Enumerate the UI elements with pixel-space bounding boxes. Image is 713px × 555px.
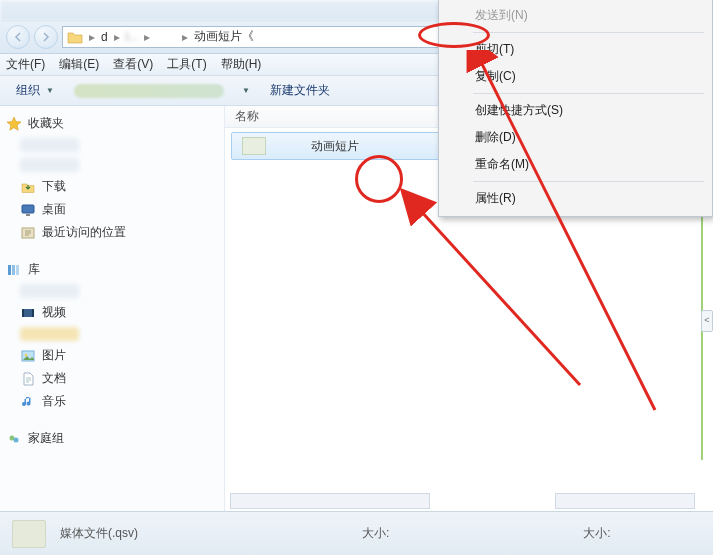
nav-item-recent[interactable]: 最近访问的位置 <box>2 221 222 244</box>
breadcrumb-item[interactable]: 动画短片《 <box>194 28 254 45</box>
svg-rect-7 <box>22 309 24 317</box>
breadcrumb-separator: ▸ <box>144 30 150 44</box>
menu-help[interactable]: 帮助(H) <box>221 56 262 73</box>
nav-item-videos[interactable]: 视频 <box>2 301 222 324</box>
ctx-separator <box>473 181 704 182</box>
menu-edit[interactable]: 编辑(E) <box>59 56 99 73</box>
desktop-label: 桌面 <box>42 201 66 218</box>
nav-item-blurred[interactable] <box>2 135 222 155</box>
nav-item-blurred[interactable] <box>2 324 222 344</box>
svg-rect-5 <box>16 265 19 275</box>
homegroup-label: 家庭组 <box>28 430 64 447</box>
forward-button[interactable] <box>34 25 58 49</box>
homegroup-icon <box>6 431 22 447</box>
nav-item-music[interactable]: 音乐 <box>2 390 222 413</box>
scrollbar-horizontal[interactable] <box>555 493 695 509</box>
menu-file[interactable]: 文件(F) <box>6 56 45 73</box>
ctx-copy[interactable]: 复制(C) <box>441 63 710 90</box>
download-icon <box>20 179 36 195</box>
status-thumb-icon <box>12 520 46 548</box>
ctx-rename[interactable]: 重命名(M) <box>441 151 710 178</box>
nav-item-blurred[interactable] <box>2 155 222 175</box>
breadcrumb-separator: ▸ <box>114 30 120 44</box>
favorites-label: 收藏夹 <box>28 115 64 132</box>
folder-icon <box>67 30 83 44</box>
back-button[interactable] <box>6 25 30 49</box>
svg-point-10 <box>25 353 28 356</box>
svg-point-12 <box>14 437 19 442</box>
preview-toggle[interactable]: < <box>701 310 713 332</box>
pictures-label: 图片 <box>42 347 66 364</box>
breadcrumb-item[interactable]: d <box>101 30 108 44</box>
downloads-label: 下载 <box>42 178 66 195</box>
context-menu: 发送到(N) 剪切(T) 复制(C) 创建快捷方式(S) 删除(D) 重命名(M… <box>438 0 713 217</box>
desktop-icon <box>20 202 36 218</box>
library-icon <box>6 262 22 278</box>
ctx-create-shortcut[interactable]: 创建快捷方式(S) <box>441 97 710 124</box>
libraries-header[interactable]: 库 <box>2 258 222 281</box>
documents-label: 文档 <box>42 370 66 387</box>
chevron-down-icon: ▼ <box>242 86 250 95</box>
video-icon <box>20 305 36 321</box>
star-icon <box>6 116 22 132</box>
scrollbar-horizontal[interactable] <box>230 493 430 509</box>
navigation-pane: 收藏夹 下载 桌面 最近访问的位置 库 <box>0 106 225 516</box>
nav-item-blurred[interactable] <box>2 281 222 301</box>
ctx-send-to[interactable]: 发送到(N) <box>441 2 710 29</box>
svg-rect-4 <box>12 265 15 275</box>
music-label: 音乐 <box>42 393 66 410</box>
status-size-label: 大小: <box>362 525 389 542</box>
ctx-separator <box>473 32 704 33</box>
menu-tools[interactable]: 工具(T) <box>167 56 206 73</box>
arrow-left-icon <box>13 32 23 42</box>
libraries-label: 库 <box>28 261 40 278</box>
document-icon <box>20 371 36 387</box>
breadcrumb-item[interactable]: l... <box>126 30 139 44</box>
nav-item-documents[interactable]: 文档 <box>2 367 222 390</box>
breadcrumb-separator: ▸ <box>182 30 188 44</box>
status-size-label2: 大小: <box>583 525 610 542</box>
breadcrumb-item[interactable] <box>156 30 176 44</box>
organize-button[interactable]: 组织 ▼ <box>8 80 62 101</box>
menu-view[interactable]: 查看(V) <box>113 56 153 73</box>
chevron-down-icon: ▼ <box>46 86 54 95</box>
picture-icon <box>20 348 36 364</box>
file-name-blurred <box>272 139 305 153</box>
status-bar: 媒体文件(.qsv) 大小: 大小: <box>0 511 713 555</box>
organize-label: 组织 <box>16 82 40 99</box>
homegroup-header[interactable]: 家庭组 <box>2 427 222 450</box>
status-filetype: 媒体文件(.qsv) <box>60 525 138 542</box>
file-name-label: 动画短片 <box>311 138 359 155</box>
svg-rect-0 <box>22 205 34 213</box>
recent-label: 最近访问的位置 <box>42 224 126 241</box>
ctx-properties[interactable]: 属性(R) <box>441 185 710 212</box>
nav-item-pictures[interactable]: 图片 <box>2 344 222 367</box>
music-icon <box>20 394 36 410</box>
videos-label: 视频 <box>42 304 66 321</box>
ctx-separator <box>473 93 704 94</box>
file-thumb-icon <box>242 137 266 155</box>
arrow-right-icon <box>41 32 51 42</box>
toolbar-blurred-item <box>74 84 224 98</box>
svg-rect-1 <box>26 214 30 216</box>
nav-item-downloads[interactable]: 下载 <box>2 175 222 198</box>
ctx-cut[interactable]: 剪切(T) <box>441 36 710 63</box>
favorites-header[interactable]: 收藏夹 <box>2 112 222 135</box>
svg-rect-8 <box>32 309 34 317</box>
ctx-delete[interactable]: 删除(D) <box>441 124 710 151</box>
nav-item-desktop[interactable]: 桌面 <box>2 198 222 221</box>
recent-icon <box>20 225 36 241</box>
breadcrumb-separator: ▸ <box>89 30 95 44</box>
svg-rect-3 <box>8 265 11 275</box>
new-folder-button[interactable]: 新建文件夹 <box>270 82 330 99</box>
